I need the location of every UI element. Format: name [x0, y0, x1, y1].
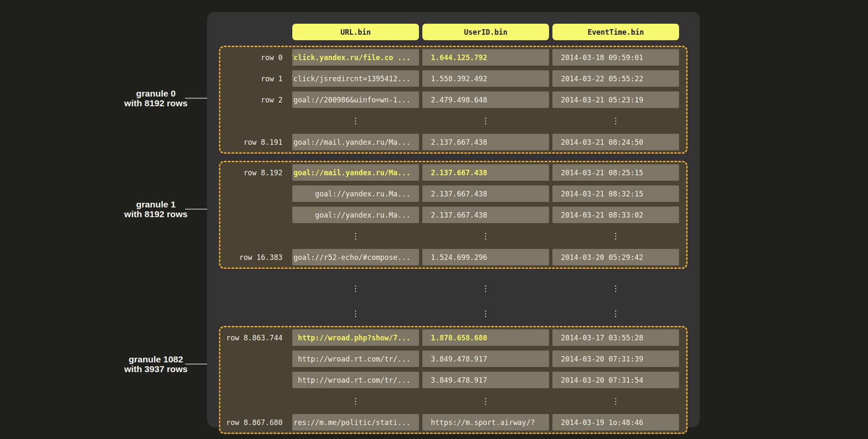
url-cell: http://wroad.rt.com/tr/...	[292, 351, 419, 367]
row-label: row 2	[220, 96, 289, 104]
row-label: row 16.383	[220, 253, 289, 262]
vertical-ellipsis-icon: ⋮	[422, 284, 549, 293]
ellipsis-row: ⋮ ⋮ ⋮	[220, 113, 686, 129]
eventtime-cell: 2014-03-20 07:31:54	[552, 372, 679, 388]
vertical-ellipsis-icon: ⋮	[422, 232, 549, 240]
eventtime-cell: 2014-03-21 08:24:50	[552, 134, 679, 150]
table-row: row 2 goal://200986&uinfo=wn-1... 2.479.…	[220, 91, 686, 108]
granule-1-label-line1: granule 1	[111, 199, 200, 209]
granule-1082-box: row 8.863.744 http://wroad.php?show/7...…	[219, 326, 688, 434]
header-userid-bin: UserID.bin	[422, 24, 549, 40]
table-row: row 8.192 goal://mail.yandex.ru/Ma... 2.…	[220, 164, 686, 181]
ellipsis-row: ⋮ ⋮ ⋮	[220, 228, 686, 244]
userid-cell: 1.558.392.492	[422, 70, 549, 87]
userid-cell: 1.644.125.792	[422, 49, 549, 66]
granule-1082-label-line1: granule 1082	[111, 354, 200, 364]
userid-cell: 1.524.699.296	[422, 249, 549, 265]
url-cell: /click/jsredircnt=1395412...	[292, 70, 419, 87]
table-row: row 0 /click.yandex.ru/file.co ... 1.644…	[220, 49, 686, 66]
granule-1082-label-line2: with 3937 rows	[111, 364, 200, 374]
eventtime-cell: 2014-03-21 08:33:02	[552, 207, 679, 223]
granule-1-label-line2: with 8192 rows	[111, 209, 200, 219]
url-cell: goal://yandex.ru.Ma...	[292, 185, 419, 202]
vertical-ellipsis-icon: ⋮	[292, 284, 419, 293]
table-row: goal://yandex.ru.Ma... 2.137.667.438 201…	[220, 207, 686, 223]
column-header-row: URL.bin UserID.bin EventTime.bin	[220, 24, 700, 40]
vertical-ellipsis-icon: ⋮	[292, 117, 419, 125]
url-cell: res://m.me/politic/stati...	[292, 414, 419, 431]
row-label: row 8.192	[220, 168, 289, 177]
eventtime-cell: 2014-03-21 05:23:19	[552, 91, 679, 108]
userid-cell: https://m.sport.airway/?	[422, 414, 549, 431]
row-label: row 0	[220, 53, 289, 62]
eventtime-cell: 2014-03-22 05:55:22	[552, 70, 679, 87]
eventtime-cell: 2014-03-19 1o:48:46	[552, 414, 679, 431]
row-label: row 8.867.680	[220, 418, 289, 427]
row-label: row 1	[220, 75, 289, 83]
table-row: http://wroad.rt.com/tr/... 3.849.478.917…	[220, 351, 686, 367]
omitted-granules-ellipsis: ⋮ ⋮ ⋮ ⋮ ⋮ ⋮	[220, 276, 700, 326]
eventtime-cell: 2014-03-21 08:25:15	[552, 164, 679, 181]
vertical-ellipsis-icon: ⋮	[292, 232, 419, 240]
eventtime-cell: 2014-03-21 08:32:15	[552, 185, 679, 202]
ellipsis-row: ⋮ ⋮ ⋮	[220, 309, 700, 318]
eventtime-cell: 2014-03-18 09:59:01	[552, 49, 679, 66]
userid-cell: 2.137.667.438	[422, 185, 549, 202]
vertical-ellipsis-icon: ⋮	[552, 284, 679, 293]
userid-cell: 2.479.498.648	[422, 91, 549, 108]
row-label: row 8.191	[220, 138, 289, 146]
row-label: row 8.863.744	[220, 334, 289, 342]
url-cell: goal://mail.yandex.ru/Ma...	[292, 134, 419, 150]
userid-cell: 2.137.667.438	[422, 134, 549, 150]
url-cell: goal://yandex.ru.Ma...	[292, 207, 419, 223]
eventtime-cell: 2014-03-20 05:29:42	[552, 249, 679, 265]
granule-0-box: row 0 /click.yandex.ru/file.co ... 1.644…	[219, 46, 688, 154]
vertical-ellipsis-icon: ⋮	[552, 309, 679, 318]
vertical-ellipsis-icon: ⋮	[422, 117, 549, 125]
ellipsis-row: ⋮ ⋮ ⋮	[220, 393, 686, 409]
url-cell: goal://mail.yandex.ru/Ma...	[292, 164, 419, 181]
table-row: row 8.191 goal://mail.yandex.ru/Ma... 2.…	[220, 134, 686, 150]
userid-cell: 3.849.478.917	[422, 351, 549, 367]
table-row: row 1 /click/jsredircnt=1395412... 1.558…	[220, 70, 686, 87]
url-cell: goal://200986&uinfo=wn-1...	[292, 91, 419, 108]
vertical-ellipsis-icon: ⋮	[552, 117, 679, 125]
header-eventtime-bin: EventTime.bin	[552, 24, 679, 40]
granule-0-label-line2: with 8192 rows	[111, 98, 200, 108]
vertical-ellipsis-icon: ⋮	[552, 397, 679, 405]
eventtime-cell: 2014-03-20 07:31:39	[552, 351, 679, 367]
url-cell: http://wroad.php?show/7...	[292, 329, 419, 346]
table-row: row 16.383 goal://r52-echo/#compose... 1…	[220, 249, 686, 265]
userid-cell: 2.137.667.438	[422, 207, 549, 223]
eventtime-cell: 2014-03-17 03:55:28	[552, 329, 679, 346]
table-row: row 8.867.680 res://m.me/politic/stati..…	[220, 414, 686, 431]
granule-0-label-line1: granule 0	[111, 88, 200, 98]
table-row: row 8.863.744 http://wroad.php?show/7...…	[220, 329, 686, 346]
vertical-ellipsis-icon: ⋮	[292, 397, 419, 405]
userid-cell: 3.849.478.917	[422, 372, 549, 388]
userid-cell: 1.878.658.680	[422, 329, 549, 346]
url-cell: http://wroad.rt.com/tr/...	[292, 372, 419, 388]
vertical-ellipsis-icon: ⋮	[552, 232, 679, 240]
url-cell: goal://r52-echo/#compose...	[292, 249, 419, 265]
vertical-ellipsis-icon: ⋮	[292, 309, 419, 318]
url-cell: /click.yandex.ru/file.co ...	[292, 49, 419, 66]
vertical-ellipsis-icon: ⋮	[422, 309, 549, 318]
table-row: http://wroad.rt.com/tr/... 3.849.478.917…	[220, 372, 686, 388]
granule-diagram: granule 0 with 8192 rows granule 1 with …	[0, 0, 868, 439]
column-files-panel: URL.bin UserID.bin EventTime.bin row 0 /…	[207, 12, 700, 427]
userid-cell: 2.137.667.438	[422, 164, 549, 181]
table-row: goal://yandex.ru.Ma... 2.137.667.438 201…	[220, 185, 686, 202]
ellipsis-row: ⋮ ⋮ ⋮	[220, 284, 700, 293]
vertical-ellipsis-icon: ⋮	[422, 397, 549, 405]
granule-1-box: row 8.192 goal://mail.yandex.ru/Ma... 2.…	[219, 161, 688, 269]
header-url-bin: URL.bin	[292, 24, 419, 40]
